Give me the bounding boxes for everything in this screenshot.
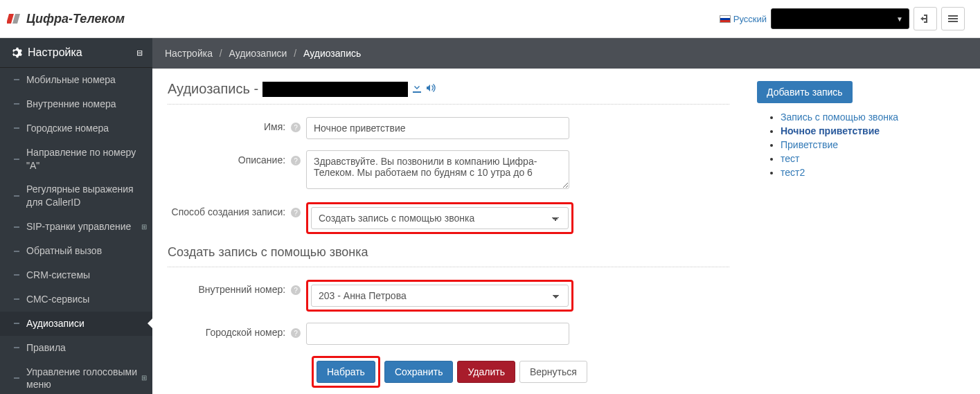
sidebar-item-label: Направление по номеру "A" — [26, 147, 136, 171]
sidebar-item-label: Правила — [26, 342, 66, 353]
record-link[interactable]: Запись с помощью звонка — [781, 111, 898, 123]
language-label: Русский — [733, 14, 767, 24]
sidebar: Настройка ⊟ Мобильные номера Внутренние … — [0, 38, 152, 394]
delete-button[interactable]: Удалить — [457, 361, 515, 383]
page-title-redacted — [262, 82, 408, 97]
record-link[interactable]: тест — [781, 153, 799, 164]
section-create-by-call: Создать запись с помощью звонка — [168, 245, 729, 267]
breadcrumb: Настройка / Аудиозаписи / Аудиозапись — [152, 38, 980, 69]
sidebar-item-mobile[interactable]: Мобильные номера — [0, 68, 152, 92]
record-link[interactable]: тест2 — [781, 167, 805, 178]
highlight-internal: 203 - Анна Петрова — [306, 280, 573, 312]
sidebar-item-label: Внутренние номера — [26, 98, 116, 109]
record-item: Запись с помощью звонка — [781, 110, 965, 124]
external-icon: ⊞ — [141, 374, 147, 384]
sidebar-item-regex[interactable]: Регулярные выражения для CallerID — [0, 177, 152, 215]
record-link[interactable]: Ночное приветствие — [781, 125, 880, 136]
sidebar-item-audio[interactable]: Аудиозаписи — [0, 312, 152, 336]
sidebar-item-callback[interactable]: Обратный вызов — [0, 239, 152, 263]
record-item: тест2 — [781, 165, 965, 179]
description-textarea[interactable]: Здравствуйте. Вы позвонили в компанию Ци… — [306, 150, 569, 189]
help-icon[interactable]: ? — [291, 285, 301, 295]
sidebar-item-crm[interactable]: CRM-системы — [0, 263, 152, 287]
download-icon[interactable] — [412, 83, 422, 95]
sidebar-item-label: SIP-транки управление — [26, 221, 131, 232]
sidebar-item-direction[interactable]: Направление по номеру "A" — [0, 141, 152, 178]
page-title-prefix: Аудиозапись - — [168, 81, 258, 97]
record-item: тест — [781, 152, 965, 165]
label-name: Имя: ? — [168, 117, 306, 132]
brand-icon — [7, 11, 22, 26]
top-header: Цифра-Телеком Русский ▼ — [0, 0, 980, 38]
sidebar-header[interactable]: Настройка ⊟ — [0, 38, 152, 68]
sidebar-item-label: Аудиозаписи — [26, 318, 84, 329]
page-title: Аудиозапись - — [168, 81, 729, 105]
highlight-dial: Набрать — [312, 356, 380, 388]
sidebar-item-label: Мобильные номера — [26, 74, 116, 85]
external-icon: ⊞ — [141, 222, 147, 232]
sidebar-item-label: CRM-системы — [26, 269, 90, 280]
main: Настройка / Аудиозаписи / Аудиозапись Ау… — [152, 38, 980, 394]
flag-ru-icon — [720, 15, 731, 23]
method-select[interactable]: Создать запись с помощью звонка — [311, 207, 569, 229]
help-icon[interactable]: ? — [291, 328, 301, 338]
form-column: Аудиозапись - Имя: ? Описание: ? Здравст — [168, 81, 729, 388]
record-link[interactable]: Приветствие — [781, 139, 838, 150]
city-number-input[interactable] — [306, 323, 569, 345]
caret-down-icon: ▼ — [896, 15, 903, 23]
breadcrumb-audios[interactable]: Аудиозаписи — [229, 48, 287, 59]
brand-logo[interactable]: Цифра-Телеком — [7, 11, 125, 26]
sidebar-item-label: Управление голосовыми меню — [26, 366, 137, 391]
label-internal: Внутренний номер: ? — [168, 280, 306, 295]
help-icon[interactable]: ? — [291, 123, 301, 132]
breadcrumb-current: Аудиозапись — [303, 48, 361, 59]
brand-text: Цифра-Телеком — [26, 12, 125, 26]
hamburger-icon — [947, 13, 959, 24]
label-method: Способ создания записи: ? — [168, 202, 306, 217]
add-record-button[interactable]: Добавить запись — [757, 81, 853, 103]
sidebar-item-sms[interactable]: СМС-сервисы — [0, 287, 152, 312]
highlight-method: Создать запись с помощью звонка — [306, 202, 573, 234]
sidebar-collapse-icon[interactable]: ⊟ — [136, 48, 143, 57]
dial-button[interactable]: Набрать — [317, 361, 375, 383]
sidebar-item-city[interactable]: Городские номера — [0, 116, 152, 141]
language-switcher[interactable]: Русский — [720, 14, 767, 24]
sidebar-item-rules[interactable]: Правила — [0, 336, 152, 360]
back-button[interactable]: Вернуться — [519, 361, 587, 383]
breadcrumb-settings[interactable]: Настройка — [165, 48, 213, 59]
records-list: Запись с помощью звонка Ночное приветств… — [757, 110, 965, 179]
sidebar-item-ivr[interactable]: Управление голосовыми меню⊞ — [0, 360, 152, 394]
sidebar-item-internal[interactable]: Внутренние номера — [0, 92, 152, 116]
logout-button[interactable] — [914, 7, 937, 30]
record-item: Ночное приветствие — [781, 124, 965, 138]
sidebar-item-label: Регулярные выражения для CallerID — [26, 183, 134, 208]
sidebar-item-label: Обратный вызов — [26, 245, 102, 256]
record-item: Приветствие — [781, 138, 965, 152]
help-icon[interactable]: ? — [291, 208, 301, 217]
sidebar-item-sip[interactable]: SIP-транки управление⊞ — [0, 215, 152, 239]
menu-button[interactable] — [941, 7, 965, 30]
sidebar-item-label: СМС-сервисы — [26, 294, 89, 305]
sidebar-title: Настройка — [28, 46, 136, 59]
internal-number-select[interactable]: 203 - Анна Петрова — [311, 285, 569, 307]
account-dropdown[interactable]: ▼ — [771, 8, 909, 29]
header-right: Русский ▼ — [720, 7, 965, 30]
name-input[interactable] — [306, 117, 569, 139]
logout-icon — [920, 13, 931, 24]
save-button[interactable]: Сохранить — [384, 361, 454, 383]
help-icon[interactable]: ? — [291, 156, 301, 165]
play-icon[interactable] — [426, 83, 436, 95]
label-city: Городской номер: ? — [168, 323, 306, 338]
sidebar-item-label: Городские номера — [26, 123, 109, 134]
gear-icon — [10, 46, 22, 59]
label-description: Описание: ? — [168, 150, 306, 165]
right-column: Добавить запись Запись с помощью звонка … — [757, 81, 965, 179]
